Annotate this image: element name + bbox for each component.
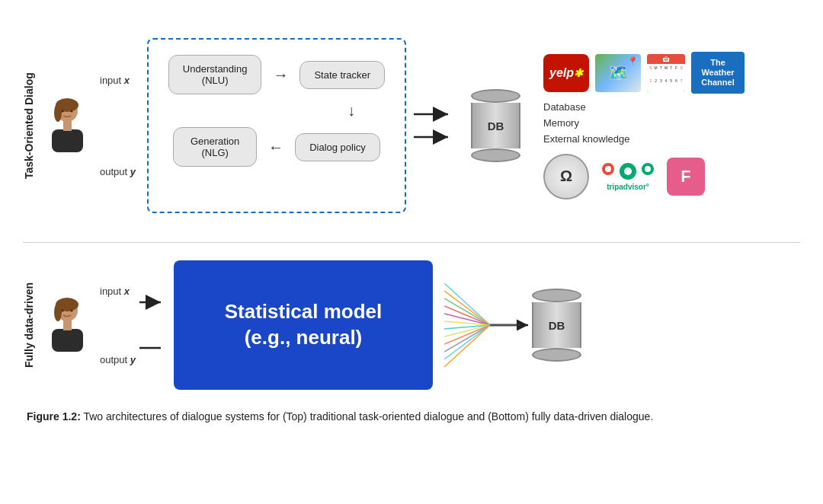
yelp-logo: yelp ✱ (543, 54, 589, 92)
input-label-bottom: input x (100, 285, 136, 297)
svg-rect-12 (52, 329, 83, 352)
tripadvisor-text: tripadvisor° (607, 183, 649, 191)
io-labels-top: input x output y (100, 34, 136, 217)
io-labels-bottom: input x output y (100, 257, 136, 394)
svg-point-11 (54, 303, 62, 321)
top-row: Understanding(NLU) → State tracker (160, 55, 393, 94)
memory-label: Memory (543, 116, 629, 132)
right-logos-area: yelp ✱ 🗺️ 📍 📅 S M T W T (543, 52, 745, 199)
avatar-area-bottom (43, 257, 92, 394)
calendar-logo: 📅 S M T W T F S 1 2 3 4 5 6 (647, 54, 685, 92)
tripadvisor-logo: tripadvisor° (600, 161, 655, 191)
cyl-body: DB (471, 103, 520, 148)
db-memory-labels: Database Memory External knowledge (543, 100, 629, 147)
database-label: Database (543, 100, 629, 116)
bottom-side-label: Fully data-driven (23, 249, 35, 401)
stat-model-box: Statistical model (e.g., neural) (174, 260, 433, 390)
input-label-top: input x (100, 75, 136, 86)
svg-rect-3 (52, 129, 83, 152)
nlu-box: Understanding(NLU) (168, 55, 262, 94)
external-knowledge-label: External knowledge (543, 132, 629, 148)
avatar-area-top (43, 34, 92, 217)
top-side-label: Task-Oriented Dialog (23, 15, 35, 236)
trip-circle-left (600, 161, 616, 177)
logos-row-bottom: Ω tripadvisor° (543, 154, 705, 199)
logos-row-top: yelp ✱ 🗺️ 📍 📅 S M T W T (543, 52, 745, 94)
svg-point-2 (54, 104, 62, 122)
neural-wires-svg (444, 276, 520, 375)
stat-model-line1: Statistical model (225, 299, 383, 325)
bottom-section: Fully data-driven input x output y (23, 249, 800, 401)
cyl-bottom (471, 148, 520, 162)
foursquare-logo: F (667, 158, 705, 196)
svg-rect-13 (63, 320, 72, 330)
cyl-top (471, 89, 520, 103)
cyl-body-bottom: DB (532, 302, 581, 348)
caption-text: Two architectures of dialogue systems fo… (83, 410, 653, 423)
dashed-box: Understanding(NLU) → State tracker ↓ Gen… (147, 38, 406, 213)
top-section: Task-Oriented Dialog input (23, 15, 800, 236)
trip-circle-right (640, 161, 655, 177)
bottom-row: Generation(NLG) → Dialog policy (160, 127, 393, 167)
svg-rect-4 (63, 120, 72, 131)
nlg-box: Generation(NLG) (173, 127, 257, 167)
avatar-bottom (43, 297, 92, 354)
db-cylinder-top: DB (471, 89, 520, 162)
avatar-top (43, 97, 92, 155)
arrow-to-db-top (414, 103, 460, 148)
trip-circle-center (618, 161, 638, 181)
section-divider (23, 242, 800, 243)
stat-model-line2: (e.g., neural) (225, 325, 383, 351)
svg-point-15 (71, 309, 73, 311)
main-container: Task-Oriented Dialog input (0, 0, 823, 504)
weather-channel-logo: The Weather Channel (691, 52, 745, 94)
db-cylinder-bottom: DB (532, 289, 581, 362)
arrow-input-to-model (139, 268, 166, 382)
svg-line-20 (444, 298, 490, 325)
map-logo: 🗺️ 📍 (595, 54, 641, 92)
caption: Figure 1.2: Two architectures of dialogu… (23, 409, 800, 425)
svg-point-6 (71, 110, 73, 112)
svg-point-14 (62, 309, 64, 311)
wikipedia-logo: Ω (543, 154, 589, 199)
output-label-top: output y (100, 166, 136, 177)
arrow-nlu-to-state: → (273, 66, 288, 84)
arrow-nlg-to-dialog: → (268, 139, 283, 156)
svg-line-27 (444, 325, 490, 352)
tripadvisor-icon (600, 161, 655, 181)
neural-wires (444, 276, 513, 375)
state-tracker-box: State tracker (299, 61, 385, 89)
output-label-bottom: output y (100, 354, 136, 365)
svg-point-5 (62, 110, 64, 112)
dialog-policy-box: Dialog policy (295, 133, 380, 161)
arrow-state-to-dialog: ↓ (347, 102, 355, 120)
caption-figure: Figure 1.2: (27, 410, 81, 423)
cyl-top-bottom (532, 289, 581, 302)
cyl-bottom-bottom (532, 348, 581, 362)
